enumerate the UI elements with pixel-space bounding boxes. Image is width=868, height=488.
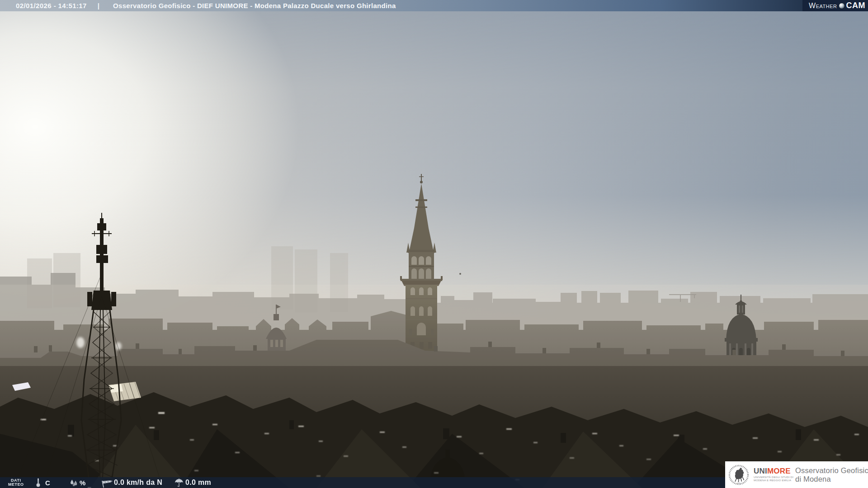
unimore-brand-box[interactable]: 1175 UNIMORE UNIVERSITÀ DEGLI STUDI DI M… [725,461,868,488]
unimore-wordmark: UNIMORE UNIVERSITÀ DEGLI STUDI DI MODENA… [754,467,792,482]
observatory-name-line2: di Modena [795,475,868,483]
dati-meteo-label: DATI METEO [8,477,24,488]
bird [459,273,461,275]
city-scene [0,0,868,488]
svg-text:1175: 1175 [737,482,741,484]
humidity-unit: % [80,477,85,488]
haze-overlay [0,285,868,366]
unimore-seal: 1175 [728,465,749,485]
datetime-display: 02/01/2026 - 14:51:17 [16,2,87,9]
weathercam-word2: CAM [846,1,866,10]
weathercam-logo[interactable]: Weather CAM [802,0,868,11]
rain-value: 0.0 mm [185,477,211,488]
webcam-title: Osservatorio Geofisico - DIEF UNIMORE - … [113,2,396,9]
thermometer-icon [35,477,41,488]
observatory-name-line1: Osservatorio Geofisico [795,466,868,475]
observatory-name: Osservatorio Geofisico di Modena [795,466,868,483]
university-name-line2: MODENA E REGGIO EMILIA [754,479,792,482]
camera-lens-icon [839,3,845,9]
umbrella-icon [174,477,184,488]
webcam-view: 02/01/2026 - 14:51:17 | Osservatorio Geo… [0,0,868,488]
water-drops-icon [69,477,80,488]
university-name-line1: UNIVERSITÀ DEGLI STUDI DI [754,476,792,479]
unimore-acronym-more: MORE [767,467,791,475]
unimore-acronym-uni: UNI [754,467,767,475]
temperature-unit: C [45,477,50,488]
header-separator: | [98,2,99,9]
header-bar: 02/01/2026 - 14:51:17 | Osservatorio Geo… [0,0,868,11]
weathercam-word1: Weather [809,2,837,10]
windsock-icon [100,477,113,488]
wind-value: 0.0 km/h da N [114,477,162,488]
